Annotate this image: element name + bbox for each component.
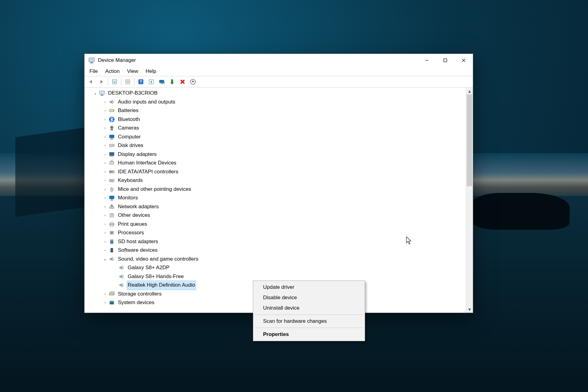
maximize-button[interactable] [436, 54, 454, 67]
scroll-thumb[interactable] [467, 94, 472, 186]
tree-device[interactable]: Galaxy S8+ A2DP [87, 263, 466, 272]
menu-action[interactable]: Action [102, 67, 123, 75]
svg-rect-54 [112, 180, 112, 180]
tree-category[interactable]: ›Network adapters [87, 202, 466, 211]
svg-rect-47 [111, 160, 113, 162]
storage-icon [108, 291, 115, 297]
update-driver-button[interactable] [147, 77, 156, 86]
show-hidden-button[interactable] [110, 77, 119, 86]
close-button[interactable] [454, 54, 473, 67]
tree-category[interactable]: ⌄Sound, video and game controllers [87, 255, 466, 264]
expand-arrow-icon[interactable]: › [102, 150, 108, 159]
menu-file[interactable]: File [86, 67, 101, 75]
expand-arrow-icon[interactable]: › [102, 159, 108, 168]
expand-arrow-icon[interactable]: › [102, 141, 108, 150]
tree-category[interactable]: ›Processors [87, 228, 466, 237]
expand-arrow-icon[interactable]: › [102, 194, 108, 202]
collapse-arrow-icon[interactable]: ⌄ [102, 255, 108, 264]
tree-label: Storage controllers [117, 290, 163, 299]
tree-category[interactable]: ›Audio inputs and outputs [87, 98, 466, 107]
expand-arrow-icon[interactable]: › [102, 115, 108, 124]
context-menu: Update driverDisable deviceUninstall dev… [253, 281, 365, 341]
vertical-scrollbar[interactable]: ▴ ▾ [466, 88, 473, 313]
expand-arrow-icon[interactable]: › [102, 202, 108, 211]
menu-help[interactable]: Help [142, 67, 159, 75]
toolbar-separator [121, 78, 121, 86]
expand-arrow-icon[interactable]: › [102, 168, 108, 176]
collapse-arrow-icon[interactable]: ⌄ [92, 89, 98, 98]
expand-arrow-icon[interactable]: › [102, 290, 108, 299]
context-menu-item[interactable]: Update driver [254, 282, 364, 292]
tree-category[interactable]: ›?Other devices [87, 211, 466, 220]
svg-rect-59 [109, 196, 114, 199]
expand-arrow-icon[interactable]: › [102, 237, 108, 246]
camera-icon [108, 125, 115, 131]
expand-arrow-icon[interactable]: › [102, 298, 108, 307]
expand-arrow-icon[interactable]: › [102, 211, 108, 220]
uninstall-button[interactable] [178, 77, 187, 86]
expand-arrow-icon[interactable]: › [102, 133, 108, 141]
tree-category[interactable]: ›Cameras [87, 124, 466, 133]
tree-category[interactable]: ›Monitors [87, 194, 466, 202]
expand-arrow-icon[interactable]: › [102, 98, 108, 107]
context-menu-item[interactable]: Disable device [254, 292, 364, 303]
expand-arrow-icon[interactable]: › [102, 228, 108, 237]
scroll-down-button[interactable]: ▾ [466, 306, 473, 313]
menu-view[interactable]: View [124, 67, 141, 75]
tree-category[interactable]: ›Disk drives [87, 141, 466, 150]
svg-rect-61 [110, 200, 113, 201]
other-icon: ? [108, 212, 115, 219]
tree-category[interactable]: ›Keyboards [87, 176, 466, 185]
context-menu-item[interactable]: Properties [254, 329, 364, 340]
minimize-button[interactable] [418, 54, 436, 67]
svg-rect-18 [151, 82, 152, 83]
forward-button[interactable] [97, 77, 106, 86]
tree-category[interactable]: ›Display adapters [87, 150, 466, 159]
device-tree[interactable]: ⌄DESKTOP-B3CRIOB›Audio inputs and output… [85, 88, 466, 313]
context-menu-item[interactable]: Scan for hardware changes [254, 316, 364, 326]
tree-label: Human Interface Devices [117, 159, 177, 168]
expand-arrow-icon[interactable]: › [102, 185, 108, 194]
scan-monitor-button[interactable] [157, 77, 166, 86]
svg-rect-41 [110, 139, 113, 140]
window-title: Device Manager [98, 57, 136, 63]
tree-category[interactable]: ›Print queues [87, 220, 466, 229]
printer-icon [108, 221, 115, 228]
tree-category[interactable]: ›Mice and other pointing devices [87, 185, 466, 194]
expand-arrow-icon[interactable]: › [102, 220, 108, 229]
tree-category[interactable]: ›Bluetooth [87, 115, 466, 124]
properties-button[interactable] [123, 77, 132, 86]
tree-root[interactable]: ⌄DESKTOP-B3CRIOB [87, 89, 466, 98]
expand-arrow-icon[interactable]: › [102, 246, 108, 255]
help-button[interactable]: ? [136, 77, 145, 86]
tree-label: IDE ATA/ATAPI controllers [117, 168, 179, 176]
tree-label: Disk drives [117, 141, 144, 150]
enable-device-button[interactable] [168, 77, 177, 86]
scroll-up-button[interactable]: ▴ [466, 88, 473, 94]
context-menu-separator [254, 328, 364, 328]
computer-icon [99, 90, 105, 96]
toolbar-separator [108, 78, 108, 86]
svg-rect-60 [111, 199, 113, 200]
back-button[interactable] [86, 77, 96, 86]
svg-rect-31 [110, 101, 111, 103]
tree-category[interactable]: ›Computer [87, 133, 466, 141]
expand-arrow-icon[interactable]: › [102, 176, 108, 185]
context-menu-item[interactable]: Uninstall device [254, 303, 364, 313]
svg-rect-82 [119, 267, 121, 269]
titlebar[interactable]: Device Manager [85, 54, 473, 67]
tree-category[interactable]: ›Software devices [87, 246, 466, 255]
toolbar: ? [85, 76, 473, 88]
mouse-icon [108, 186, 115, 193]
system-icon [108, 299, 115, 306]
sd-icon [108, 238, 115, 245]
tree-device[interactable]: Galaxy S8+ Hands-Free [87, 272, 466, 281]
expand-arrow-icon[interactable]: › [102, 106, 108, 115]
expand-arrow-icon[interactable]: › [102, 124, 108, 133]
svg-text:?: ? [111, 213, 113, 217]
tree-category[interactable]: ›IDE ATA/ATAPI controllers [87, 168, 466, 176]
tree-category[interactable]: ›Human Interface Devices [87, 159, 466, 168]
tree-category[interactable]: ›Batteries [87, 106, 466, 115]
software-icon [108, 247, 115, 254]
scan-hardware-button[interactable] [188, 77, 198, 86]
